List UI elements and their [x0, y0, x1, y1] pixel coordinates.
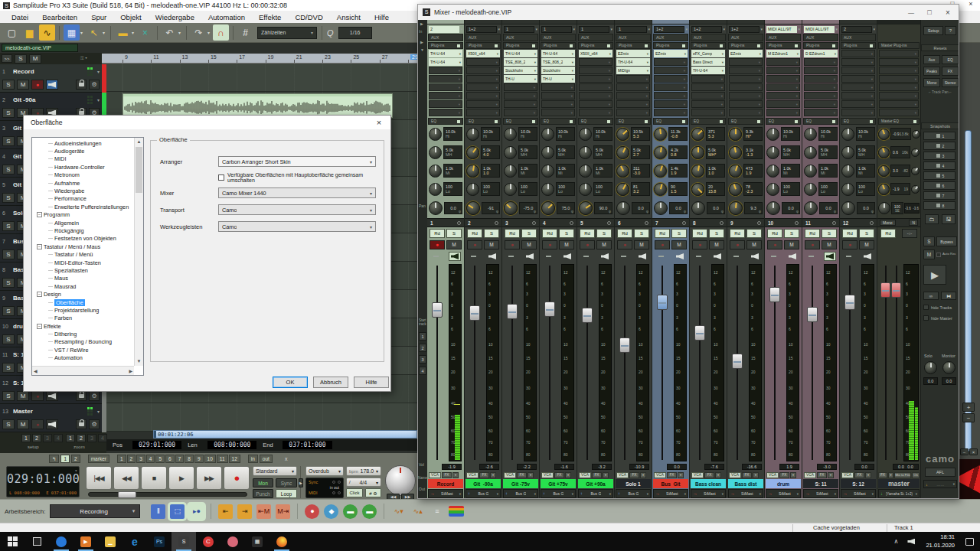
object-manager-icon[interactable]: ⬚: [170, 504, 185, 519]
plugin-slot[interactable]: ▾: [654, 100, 688, 108]
edge-browser[interactable]: e: [122, 532, 147, 551]
master-eq-knob-right[interactable]: [911, 167, 920, 175]
field-select[interactable]: Carbon Arranger Short Skin▾: [218, 156, 376, 167]
track-menu-icon[interactable]: ▾: [97, 69, 100, 74]
plugin-slot[interactable]: ▾: [654, 92, 688, 99]
eq-knob[interactable]: [804, 128, 817, 141]
mini-fader[interactable]: [658, 256, 664, 257]
range-button-2[interactable]: 2: [71, 455, 80, 463]
tree-vscrollbar[interactable]: ▲ ▼: [134, 138, 143, 366]
record-ready-button[interactable]: Rd: [467, 229, 482, 238]
plugin-slot[interactable]: ▾: [841, 75, 875, 83]
link-channels-button[interactable]: ∞: [923, 292, 939, 300]
snapshot-5-button[interactable]: 5: [923, 171, 956, 180]
solo-button[interactable]: S: [822, 229, 837, 238]
plugin-slot[interactable]: ▾: [579, 67, 612, 74]
click-button[interactable]: Click: [346, 488, 363, 497]
mixer-help-button[interactable]: ?: [945, 26, 956, 35]
grid-value-select[interactable]: 1/16: [338, 27, 372, 39]
snapshot-load-button[interactable]: 🗀: [925, 214, 939, 224]
reset-eq-button[interactable]: EQ: [942, 55, 959, 64]
tree-item[interactable]: VST / ReWire: [32, 346, 134, 354]
hide-tracks-checkbox[interactable]: hide Tracks: [923, 305, 952, 310]
solo-button[interactable]: S: [446, 229, 462, 238]
channel-eq-bar[interactable]: EQ: [578, 118, 613, 125]
track-fx-icon[interactable]: ⚙: [89, 419, 100, 429]
menu-ansicht[interactable]: Ansicht: [330, 12, 368, 22]
dialog-button-abbruch[interactable]: Abbruch: [313, 377, 348, 388]
pan-knob[interactable]: [766, 201, 780, 215]
mini-fader[interactable]: [546, 256, 551, 257]
mini-fader[interactable]: [733, 256, 739, 257]
eq-knob[interactable]: [579, 128, 592, 141]
reset-aux-button[interactable]: Aux: [923, 55, 940, 64]
plugin-slot[interactable]: ▾: [691, 109, 725, 116]
zoom-icon[interactable]: Q: [327, 28, 334, 37]
pan-knob[interactable]: [616, 201, 630, 215]
wave-zoom-in-icon[interactable]: ∿▾: [391, 504, 406, 519]
fx-button[interactable]: FX: [592, 472, 602, 478]
menu-bearbeiten[interactable]: Bearbeiten: [35, 12, 84, 22]
eq-knob[interactable]: [766, 128, 779, 141]
channel-plugins-bar[interactable]: Plug-ins: [616, 42, 651, 49]
mon-button[interactable]: Mon: [253, 478, 273, 487]
new-file-icon[interactable]: ▢: [4, 24, 20, 41]
plugin-slot[interactable]: Stockholm▾: [504, 67, 537, 74]
eq-knob[interactable]: [691, 183, 704, 196]
time-display-menu-icon[interactable]: ▾: [74, 468, 77, 473]
track-record-button[interactable]: ●: [31, 80, 44, 90]
channel-settings-icon[interactable]: [682, 221, 686, 225]
snapshot-4-button[interactable]: 4: [923, 161, 956, 170]
master-fader-cap-right[interactable]: [891, 282, 901, 298]
eq-knob[interactable]: [654, 146, 667, 159]
channel-eq-bar[interactable]: EQ: [653, 118, 688, 125]
eq-knob[interactable]: [579, 183, 592, 196]
gutter-arrow2[interactable]: ▶: [420, 40, 423, 44]
solo-button[interactable]: S: [859, 229, 874, 238]
snap-mode-select[interactable]: Zählzeiten▾: [257, 27, 317, 39]
monitor-speaker-button[interactable]: [749, 252, 761, 261]
tree-item[interactable]: Maus: [32, 275, 134, 282]
monitor-out-select[interactable]: ↓……▾: [923, 480, 957, 488]
workspace-select[interactable]: Recording ▾: [50, 504, 140, 518]
fx-button[interactable]: FX: [517, 472, 527, 478]
plugin-slot[interactable]: ▾: [541, 92, 575, 99]
plugin-slot[interactable]: M EZdrum1▾: [766, 50, 800, 57]
channel-plugins-bar[interactable]: Plug-ins: [578, 42, 613, 49]
tree-item[interactable]: Farben: [32, 315, 134, 322]
record-arm-button[interactable]: ●: [467, 240, 482, 249]
mix-to-file-button[interactable]: Mix to File: [894, 472, 911, 478]
channel-eq-bar[interactable]: EQ: [728, 118, 763, 125]
monitor-speaker-button[interactable]: [486, 252, 498, 261]
master-rd-button[interactable]: Rd: [880, 229, 896, 238]
reset-stereo-button[interactable]: Stereo: [942, 78, 959, 87]
phase-icon[interactable]: φ: [459, 210, 461, 214]
phase-icon[interactable]: φ: [759, 210, 761, 214]
eq-knob[interactable]: [766, 183, 779, 196]
fader-cap[interactable]: [807, 307, 818, 322]
vca-button[interactable]: VCA: [804, 472, 816, 478]
record-arm-button[interactable]: ●: [842, 240, 858, 249]
master-eq-knob-left[interactable]: [878, 184, 890, 195]
to-start-button[interactable]: |◀◀: [86, 466, 112, 490]
plugin-slot[interactable]: ▾: [579, 75, 612, 83]
plugin-slot[interactable]: MIDIgn▾: [616, 67, 650, 74]
plugin-slot[interactable]: ▾: [579, 92, 612, 99]
channel-name[interactable]: S: 11: [803, 479, 838, 488]
mini-fader[interactable]: [471, 256, 476, 257]
channel-input-select[interactable]: 1+2▾: [652, 24, 689, 34]
channel-input-select[interactable]: 1+2▾: [690, 24, 727, 34]
master-plugin-slot[interactable]: ▾: [879, 75, 919, 83]
solo-button[interactable]: S: [784, 229, 799, 238]
track-monitor-button[interactable]: [46, 80, 58, 90]
master-eq-bar[interactable]: Master EQ: [878, 118, 920, 125]
marker-4[interactable]: 4: [146, 455, 155, 463]
plugin-slot[interactable]: TH-U-64▾: [691, 67, 725, 74]
channel-input-select[interactable]: 1▾: [502, 24, 539, 34]
channel-out-select[interactable]: ↑Bus G▾: [466, 489, 501, 498]
master-plugin-slot[interactable]: ▾: [879, 58, 919, 66]
plugin-slot[interactable]: TH-U▾: [541, 75, 575, 83]
vol-value[interactable]: -16.6: [742, 464, 762, 470]
tray-clock[interactable]: 18:31 21.01.2020: [926, 533, 955, 549]
plugin-slot[interactable]: ▾: [804, 75, 838, 83]
